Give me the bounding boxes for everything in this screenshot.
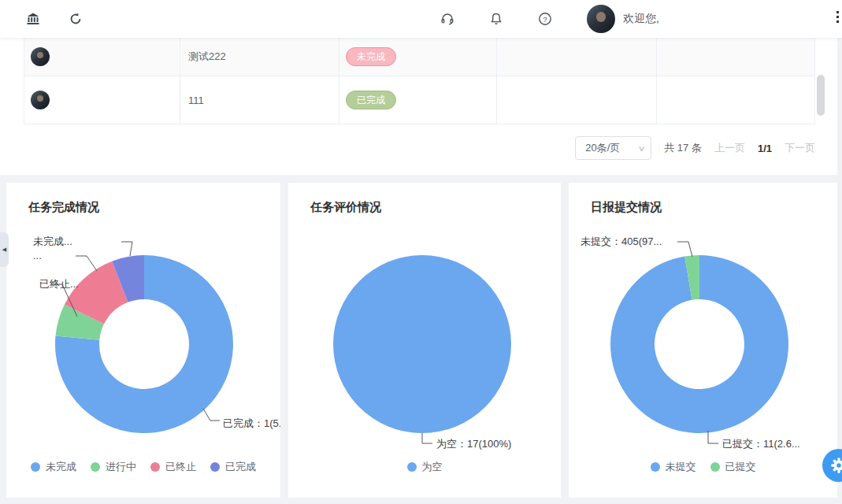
chevron-left-icon: ◀ xyxy=(2,246,6,253)
top-navbar: ? 欢迎您, xyxy=(0,0,842,38)
refresh-icon[interactable] xyxy=(69,12,83,26)
table-scrollbar[interactable] xyxy=(817,75,825,116)
label-leader-line xyxy=(203,409,220,421)
slice-label: 已完成：1(5.8... xyxy=(223,417,280,429)
legend-label: 已完成 xyxy=(225,460,256,474)
slice-label: 为空：17(100%) xyxy=(436,438,511,450)
row-avatar xyxy=(31,91,50,109)
slice-label: 已提交：11(2.6... xyxy=(722,438,800,450)
slice-label: 未完成... xyxy=(33,235,72,247)
sidebar-collapse-handle[interactable]: ◀ xyxy=(0,232,9,267)
total-count: 共 17 条 xyxy=(664,141,702,155)
legend-label: 未完成 xyxy=(46,460,76,474)
bank-icon[interactable] xyxy=(26,12,40,26)
legend-item-已提交[interactable]: 已提交 xyxy=(710,460,756,474)
legend-dot-icon xyxy=(407,462,417,472)
legend-item-未完成[interactable]: 未完成 xyxy=(31,460,76,474)
row-avatar xyxy=(31,47,50,66)
headset-icon[interactable] xyxy=(440,12,454,26)
legend-label: 进行中 xyxy=(106,460,136,474)
chart-card-task-completion: 任务完成情况 未完成......已终止...已完成：1(5.8... 未完成进行… xyxy=(6,183,280,498)
bell-icon[interactable] xyxy=(489,12,503,26)
donut-chart-task-completion[interactable]: 未完成......已终止...已完成：1(5.8... xyxy=(6,183,280,498)
task-name: 测试222 xyxy=(180,38,339,76)
legend-dot-icon xyxy=(31,462,40,472)
gear-icon xyxy=(830,457,842,474)
donut-chart-daily-report[interactable]: 未提交：405(97...已提交：11(2.6... xyxy=(569,183,837,498)
help-icon[interactable]: ? xyxy=(538,12,552,26)
label-leader-line xyxy=(708,431,718,443)
legend-item-为空[interactable]: 为空 xyxy=(407,460,443,474)
user-avatar[interactable] xyxy=(587,5,615,33)
legend-label: 已终止 xyxy=(165,460,196,474)
legend-item-进行中[interactable]: 进行中 xyxy=(91,460,136,474)
legend-dot-icon xyxy=(210,462,220,472)
task-table: 测试222 未完成 111 已完成 xyxy=(24,38,815,124)
current-page: 1/1 xyxy=(758,143,772,154)
legend-item-已终止[interactable]: 已终止 xyxy=(150,460,196,474)
table-row[interactable]: 测试222 未完成 xyxy=(24,38,814,76)
legend-dot-icon xyxy=(651,462,660,472)
page-size-select[interactable]: 20条/页 ∨ xyxy=(575,136,651,160)
pie-slice-为空[interactable] xyxy=(333,255,511,433)
next-page-button[interactable]: 下一页 xyxy=(785,141,815,155)
task-name: 111 xyxy=(180,76,339,124)
status-badge: 未完成 xyxy=(346,47,396,66)
pie-chart-task-evaluation[interactable]: 为空：17(100%) xyxy=(288,183,561,498)
label-leader-line xyxy=(76,256,97,271)
kebab-menu-icon[interactable] xyxy=(836,11,839,23)
chart-card-daily-report: 日报提交情况 未提交：405(97...已提交：11(2.6... 未提交已提交 xyxy=(569,183,837,498)
legend-label: 已提交 xyxy=(725,460,756,474)
legend-dot-icon xyxy=(710,462,720,472)
label-leader-line xyxy=(422,433,432,443)
slice-label: 未提交：405(97... xyxy=(580,235,662,247)
legend-dot-icon xyxy=(150,462,160,472)
legend-item-已完成[interactable]: 已完成 xyxy=(210,460,256,474)
welcome-text: 欢迎您, xyxy=(623,12,659,26)
legend-item-未提交[interactable]: 未提交 xyxy=(651,460,696,474)
task-table-card: 测试222 未完成 111 已完成 20条/页 ∨ 共 17 条 上一页 1/1… xyxy=(0,38,837,175)
chart-legend: 为空 xyxy=(288,460,561,474)
legend-label: 为空 xyxy=(422,460,443,474)
pagination: 20条/页 ∨ 共 17 条 上一页 1/1 下一页 xyxy=(575,135,815,161)
svg-text:?: ? xyxy=(543,15,547,24)
label-leader-line xyxy=(677,242,692,257)
chart-legend: 未完成进行中已终止已完成 xyxy=(6,460,280,474)
table-row[interactable]: 111 已完成 xyxy=(24,76,814,124)
chart-card-task-evaluation: 任务评价情况 为空：17(100%) 为空 xyxy=(288,183,561,498)
chevron-down-icon: ∨ xyxy=(637,144,645,153)
dashboard-page: { "navbar": { "welcome": "欢迎您,", "icons"… xyxy=(0,0,842,504)
prev-page-button[interactable]: 上一页 xyxy=(714,141,745,155)
slice-label: 已终止... xyxy=(39,278,79,290)
status-badge: 已完成 xyxy=(346,91,396,109)
legend-label: 未提交 xyxy=(666,460,696,474)
slice-label: ... xyxy=(33,250,42,261)
legend-dot-icon xyxy=(91,462,100,472)
label-leader-line xyxy=(121,242,132,256)
chart-legend: 未提交已提交 xyxy=(569,460,837,474)
